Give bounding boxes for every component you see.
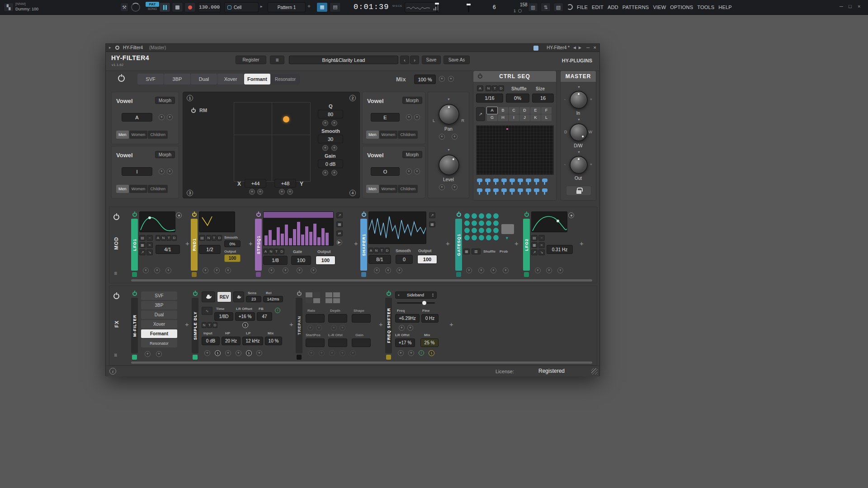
vowel-next-button[interactable]: + (167, 114, 173, 120)
level-plus-button[interactable]: + (452, 184, 458, 190)
adjust-button[interactable]: + (331, 325, 337, 331)
dotted-mode-button[interactable]: D (498, 85, 504, 91)
triplet-mode-button[interactable]: T (492, 85, 498, 91)
rel-value[interactable]: 142ms (263, 296, 283, 302)
add-module-icon[interactable]: + (185, 239, 189, 247)
menu-tools[interactable]: TOOLS (697, 5, 714, 10)
lfo1-dotted-button[interactable]: D (172, 235, 177, 241)
hand-icon[interactable] (501, 188, 507, 195)
mod-slot-button[interactable]: + (143, 267, 149, 273)
group-children[interactable]: Children (398, 131, 418, 139)
mod-rack-scrollbar[interactable] (131, 279, 592, 282)
dly-note-button[interactable]: N (202, 322, 207, 328)
lfo1-curve-display[interactable] (139, 211, 175, 232)
vowel-prev-button[interactable]: + (406, 169, 412, 174)
bank-e[interactable]: E (530, 107, 541, 114)
save-button[interactable]: Save (422, 56, 441, 64)
mode-arrows-icon[interactable]: ▲▼ (432, 293, 434, 297)
shaper1-abs-button[interactable]: A (368, 248, 373, 253)
mfilter-item-svf[interactable]: SVF (141, 291, 177, 300)
mod-slot-button[interactable]: + (225, 267, 231, 273)
mod-slot-button[interactable]: + (408, 350, 414, 356)
shaper1-dotted-button[interactable]: D (385, 248, 390, 253)
group-children[interactable]: Children (398, 185, 418, 193)
hand-icon[interactable] (542, 188, 548, 195)
add-module-icon[interactable]: + (514, 239, 519, 247)
mod-rack-menu-icon[interactable]: ≡ (114, 270, 117, 277)
shift-slider[interactable] (397, 302, 435, 304)
mod-slot-button[interactable]: + (256, 350, 262, 356)
stpsq1-swap-icon[interactable]: ⇄ (336, 230, 343, 236)
add-module-icon[interactable]: + (185, 320, 189, 328)
lfo1-rise-icon[interactable]: ↗ (139, 249, 146, 255)
gatesq1-page-box[interactable] (501, 224, 514, 234)
level-knob[interactable] (439, 155, 459, 175)
add-module-icon[interactable]: + (446, 239, 450, 247)
hand-icon[interactable] (525, 188, 532, 195)
hp-value[interactable]: 20 Hz (222, 337, 241, 345)
y-value[interactable]: +48 (274, 179, 296, 188)
sens-value[interactable]: 23 (246, 296, 261, 302)
y-minus-button[interactable]: + (279, 189, 285, 195)
stpsq1-grid-icon[interactable]: ▦ (336, 221, 343, 227)
input-value[interactable]: 0 dB (202, 337, 220, 345)
mod-slot-button[interactable]: + (491, 267, 496, 273)
mix-value[interactable]: 100 % (414, 75, 436, 84)
group-men[interactable]: Men (366, 131, 379, 139)
gatesq1-grid-icon[interactable]: ▦ (463, 249, 470, 254)
mfilter-item-xover[interactable]: Xover (141, 320, 177, 328)
ctrl-seq-power-icon[interactable] (478, 74, 482, 79)
mod-slot-button[interactable]: + (165, 267, 171, 273)
mod-slot-button[interactable]: + (204, 350, 210, 356)
lfo2-wave2-icon[interactable]: ≈ (538, 242, 545, 248)
mod-slot-button[interactable]: + (145, 351, 151, 357)
trepan-mode-grid-icon[interactable] (326, 292, 340, 303)
in-knob[interactable] (570, 91, 588, 109)
plugin-gear-icon[interactable] (115, 46, 119, 50)
lp-value[interactable]: 12 kHz (242, 337, 263, 345)
vowel-value[interactable]: I (122, 167, 152, 176)
seq-shuffle-value[interactable]: 0% (506, 94, 529, 103)
piano-roll-icon[interactable]: ▤ (330, 2, 341, 12)
q-value[interactable]: 80 (318, 110, 343, 118)
mod-slot-button[interactable]: + (478, 267, 484, 273)
one-badge-icon[interactable]: 1 (242, 322, 248, 328)
info-icon[interactable]: i (419, 350, 424, 356)
record-button[interactable] (184, 2, 196, 12)
mod-slot-button[interactable]: + (546, 267, 552, 273)
mod-slot-button[interactable]: + (329, 350, 335, 356)
mod-slot-button[interactable]: + (385, 267, 391, 273)
lfo1-abs-button[interactable]: A (156, 235, 160, 241)
dly-triplet-button[interactable]: T (207, 322, 212, 328)
tab-dual[interactable]: Dual (191, 74, 217, 84)
rate-value[interactable] (306, 314, 325, 323)
preset-prev-icon[interactable]: ‹ (400, 56, 409, 64)
lfo1-grid-icon[interactable]: ▦ (139, 242, 146, 248)
doc-prev-icon[interactable]: ◀ (573, 46, 576, 50)
bank-g[interactable]: G (487, 114, 497, 121)
vowel-next-button[interactable]: + (414, 114, 420, 120)
one-badge-icon[interactable]: 1 (246, 350, 252, 356)
vowel-value[interactable]: E (371, 113, 400, 122)
stpsq1-expand-icon[interactable]: ↗ (336, 212, 343, 218)
mfilter-item-resonator[interactable]: Resonator (141, 339, 177, 347)
menu-options[interactable]: OPTIONS (670, 5, 693, 10)
one-badge-icon[interactable]: 1 (429, 350, 434, 356)
lfo2-power-icon[interactable] (524, 212, 529, 217)
sideband-mode-selector[interactable]: ▪ Sideband ▲▼ (395, 291, 437, 299)
lfo2-grid-icon[interactable]: ▦ (531, 242, 538, 248)
preset-next-icon[interactable]: › (410, 56, 419, 64)
shaper1-note-button[interactable]: N (374, 248, 379, 253)
startpos-value[interactable] (306, 338, 325, 347)
bank-a[interactable]: A (487, 107, 497, 114)
time-display[interactable]: 0:01:39 (354, 3, 389, 11)
abs-mode-button[interactable]: A (477, 85, 483, 91)
group-children[interactable]: Children (148, 131, 168, 139)
hand-icon[interactable] (493, 188, 499, 195)
mfilter-item-3bp[interactable]: 3BP (141, 301, 177, 310)
mod-slot-button[interactable]: + (236, 350, 241, 356)
shape-value[interactable] (352, 314, 371, 323)
menu-patterns[interactable]: PATTERNS (623, 5, 649, 10)
mod-slot-button[interactable]: + (466, 267, 472, 273)
shaper1-triplet-button[interactable]: T (379, 248, 384, 253)
